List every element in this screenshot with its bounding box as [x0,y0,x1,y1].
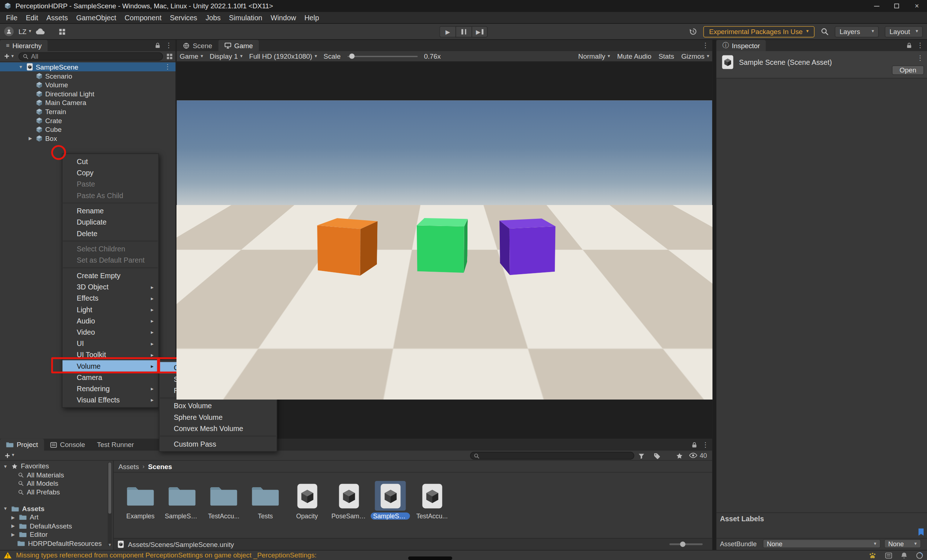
kebab-menu-icon[interactable]: ⋮ [164,63,171,71]
tab-project[interactable]: Project [0,439,44,451]
layout-dropdown[interactable]: Layout▾ [884,26,922,37]
favorite-all-models[interactable]: All Models [0,479,113,488]
kebab-menu-icon[interactable]: ⋮ [917,54,923,62]
tab-game[interactable]: Game [218,40,259,51]
background-progress-icon[interactable] [916,551,923,559]
kebab-menu-icon[interactable]: ⋮ [917,42,923,49]
tab-scene[interactable]: Scene [177,40,218,51]
asset-label-icon[interactable] [918,528,925,536]
create-asset-button[interactable]: ▾ [3,453,16,458]
asset-scene-testaccu[interactable]: TestAccu... [411,481,453,520]
context-item-create-empty[interactable]: Create Empty [62,270,158,281]
context-item-duplicate[interactable]: Duplicate [62,216,158,228]
context-item-3d-object[interactable]: 3D Object▸ [62,281,158,292]
search-by-type-icon[interactable] [638,452,645,459]
asset-folder-examples[interactable]: Examples [120,481,161,520]
hierarchy-item-terrain[interactable]: Terrain [0,107,175,116]
play-focus-dropdown[interactable]: Normally▾ [578,53,610,60]
foldout-open-icon[interactable]: ▼ [3,506,8,511]
submenu-item-global-volume[interactable]: Global Volume [160,362,277,373]
foldout-closed-icon[interactable]: ▶ [27,135,33,141]
tab-console[interactable]: Console [44,439,91,451]
foldout-open-icon[interactable]: ▼ [18,64,24,70]
tree-scrollbar[interactable]: ▼ [108,462,112,546]
menu-simulation[interactable]: Simulation [225,12,266,23]
undo-history-icon[interactable] [689,27,697,35]
context-item-delete[interactable]: Delete [62,228,158,239]
close-button[interactable]: × [907,0,927,12]
minimize-button[interactable] [866,0,887,12]
menu-assets[interactable]: Assets [43,12,72,23]
account-dropdown[interactable]: LZ▾ [18,28,31,35]
play-button[interactable]: ▶ [439,26,456,37]
menu-component[interactable]: Component [120,12,166,23]
favorite-all-materials[interactable]: All Materials [0,470,113,479]
submenu-item-reflection-proxy-volume[interactable]: Reflection Proxy Volume [160,385,277,396]
display-target-dropdown[interactable]: Game▾ [180,53,203,60]
tree-item-art[interactable]: ▶ Art [0,513,113,522]
hierarchy-search-input[interactable]: All [18,52,163,61]
asset-folder-samplescenes[interactable]: SampleSc... [161,481,203,520]
context-item-visual-effects[interactable]: Visual Effects▸ [62,394,158,405]
menu-window[interactable]: Window [266,12,300,23]
foldout-closed-icon[interactable]: ▶ [10,515,16,520]
context-item-rename[interactable]: Rename [62,205,158,216]
experimental-packages-button[interactable]: Experimental Packages In Use▾ [703,26,814,37]
hierarchy-item-scenario[interactable]: Scenario [0,71,175,80]
hierarchy-item-samplescene[interactable]: ▼ SampleScene ⋮ [0,62,175,71]
lock-icon[interactable] [691,442,697,448]
status-warning-text[interactable]: Missing types referenced from component … [16,552,316,559]
hierarchy-item-directional-light[interactable]: Directional Light [0,89,175,98]
favorite-all-prefabs[interactable]: All Prefabs [0,488,113,496]
account-avatar[interactable] [4,27,14,36]
gizmos-dropdown[interactable]: Gizmos▾ [681,53,709,60]
tab-hierarchy[interactable]: ≡ Hierarchy [0,40,47,51]
maximize-button[interactable] [886,0,907,12]
scrollbar-thumb[interactable] [108,463,111,514]
context-item-ui-toolkit[interactable]: UI Toolkit▸ [62,349,158,360]
scrollbar-down-arrow[interactable]: ▼ [108,543,112,546]
kebab-menu-icon[interactable]: ⋮ [702,441,708,448]
kebab-menu-icon[interactable]: ⋮ [165,42,172,49]
project-search-input[interactable] [470,452,634,459]
display-number-dropdown[interactable]: Display 1▾ [210,53,242,60]
tab-test-runner[interactable]: Test Runner [91,439,140,451]
save-search-icon[interactable] [676,452,683,459]
context-item-copy[interactable]: Copy [62,167,158,178]
hierarchy-item-box[interactable]: ▶ Box [0,134,175,143]
lock-icon[interactable] [155,42,161,49]
hidden-packages-toggle[interactable]: 40 [689,452,707,459]
grid-snap-icon[interactable] [59,27,66,35]
tab-inspector[interactable]: ⓘ Inspector [716,40,766,51]
asset-scene-samplescene-selected[interactable]: SampleSc... [370,481,411,520]
slider-knob[interactable] [680,542,685,547]
tree-item-hdrpdefaultresources[interactable]: HDRPDefaultResources [0,539,113,548]
game-render-frame[interactable] [177,100,713,399]
hierarchy-item-volume[interactable]: Volume [0,80,175,90]
step-button[interactable]: ▶ [471,26,488,37]
favorites-header[interactable]: ▼ Favorites [0,462,113,470]
context-item-light[interactable]: Light▸ [62,304,158,315]
hierarchy-item-crate[interactable]: Crate [0,116,175,125]
foldout-open-icon[interactable]: ▼ [3,464,8,469]
context-item-cut[interactable]: Cut [62,156,158,167]
panel-options-icon[interactable] [166,53,173,60]
menu-jobs[interactable]: Jobs [202,12,225,23]
tree-item-editor[interactable]: ▶ Editor [0,530,113,539]
breadcrumb-scenes[interactable]: Scenes [148,463,172,470]
menu-help[interactable]: Help [300,12,323,23]
context-item-camera[interactable]: Camera [62,372,158,383]
debugger-paw-icon[interactable] [869,551,876,559]
asset-scene-posesample[interactable]: PoseSample [328,481,370,520]
search-by-label-icon[interactable] [653,452,661,459]
kebab-menu-icon[interactable]: ⋮ [702,42,708,49]
asset-scene-opacity[interactable]: Opacity [286,481,328,520]
pause-button[interactable] [456,26,471,37]
submenu-item-custom-pass[interactable]: Custom Pass [160,438,277,449]
hierarchy-item-main-camera[interactable]: Main Camera [0,98,175,107]
tree-item-defaultassets[interactable]: ▶ DefaultAssets [0,522,113,530]
cloud-icon[interactable] [36,28,45,35]
context-item-ui[interactable]: UI▸ [62,338,158,349]
foldout-closed-icon[interactable]: ▶ [10,532,16,537]
submenu-item-sphere-volume[interactable]: Sphere Volume [160,411,277,423]
